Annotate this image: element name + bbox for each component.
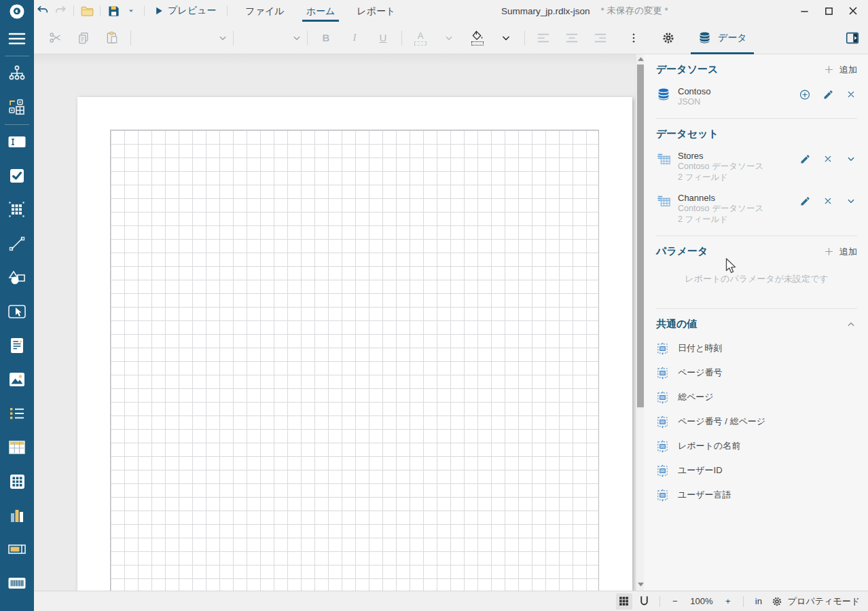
paste-button[interactable]: [103, 29, 122, 48]
common-value-user-language[interactable]: ユーザー言語: [656, 483, 857, 507]
zoom-in-button[interactable]: +: [720, 593, 736, 610]
snap-to-grid-button[interactable]: [636, 593, 653, 610]
tool-tablix[interactable]: [0, 193, 34, 227]
tab-file[interactable]: ファイル: [237, 0, 292, 22]
zoom-level[interactable]: 100%: [687, 596, 716, 606]
common-value-user-id[interactable]: ユーザーID: [656, 458, 857, 483]
fill-color-menu-button[interactable]: [496, 29, 516, 48]
add-dataset-to-source-button[interactable]: [799, 88, 811, 100]
scroll-up-button[interactable]: [636, 54, 645, 64]
edit-datasource-button[interactable]: [822, 88, 834, 100]
tool-textbox[interactable]: [0, 125, 34, 159]
data-panel-tab[interactable]: データ: [688, 22, 757, 54]
font-family-dropdown[interactable]: [135, 29, 229, 48]
tool-chart[interactable]: [0, 498, 34, 532]
panel-toggle-button[interactable]: [842, 28, 863, 48]
font-size-dropdown[interactable]: [238, 29, 303, 48]
scroll-down-button[interactable]: [636, 580, 645, 589]
font-color-menu-button[interactable]: [439, 29, 458, 48]
zoom-out-button[interactable]: −: [667, 593, 683, 610]
title-bar: プレビュー ファイル ホーム レポート Summary_jp.rdlx-json…: [0, 0, 868, 22]
preview-button[interactable]: プレビュー: [149, 5, 223, 17]
tool-report-parts[interactable]: [0, 56, 34, 90]
copy-button[interactable]: [74, 29, 93, 48]
save-menu-button[interactable]: [122, 3, 140, 19]
close-button[interactable]: [845, 3, 861, 19]
property-mode-button[interactable]: プロパティモード: [771, 595, 860, 608]
field-icon: [656, 415, 669, 428]
property-mode-label: プロパティモード: [788, 595, 860, 608]
redo-button[interactable]: [52, 3, 69, 19]
delete-datasource-button[interactable]: [845, 88, 857, 100]
tool-checkbox[interactable]: [0, 159, 34, 193]
common-value-total-pages[interactable]: 総ページ: [656, 385, 857, 409]
settings-button[interactable]: [659, 29, 678, 48]
common-value-label: 総ページ: [678, 391, 714, 403]
data-panel: データソース 追加: [644, 54, 868, 591]
delete-dataset-button[interactable]: [822, 153, 834, 165]
checkbox-icon: [9, 168, 25, 184]
tool-richtext[interactable]: [0, 329, 34, 363]
tab-report[interactable]: レポート: [348, 0, 403, 22]
expand-dataset-button[interactable]: [845, 195, 857, 207]
tool-list[interactable]: [0, 396, 34, 430]
tool-container-select[interactable]: [0, 295, 34, 329]
pencil-icon: [822, 89, 834, 100]
tool-barcode[interactable]: [0, 566, 34, 600]
delete-dataset-button[interactable]: [822, 195, 834, 207]
common-value-date-time[interactable]: 日付と時刻: [656, 336, 857, 360]
main-menu-button[interactable]: [0, 22, 34, 56]
tool-bullet[interactable]: [0, 532, 34, 566]
undo-button[interactable]: [34, 3, 52, 19]
add-parameter-button[interactable]: 追加: [823, 246, 857, 258]
workspace: データソース 追加: [34, 54, 868, 591]
tool-image[interactable]: [0, 363, 34, 396]
align-center-button[interactable]: [562, 29, 581, 48]
tool-shape[interactable]: [0, 261, 34, 295]
bold-button[interactable]: B: [317, 29, 336, 48]
underline-button[interactable]: U: [374, 29, 393, 48]
dataset-source: Contoso データソース: [678, 162, 799, 172]
common-value-page-number[interactable]: ページ番号: [656, 360, 857, 385]
align-left-button[interactable]: [534, 29, 553, 48]
align-center-icon: [564, 32, 579, 44]
fill-color-button[interactable]: [468, 29, 487, 48]
font-color-swatch: [414, 41, 427, 45]
scrollbar-thumb[interactable]: [637, 64, 644, 407]
design-canvas[interactable]: [34, 54, 636, 591]
font-color-button[interactable]: A: [411, 29, 430, 48]
tool-matrix[interactable]: [0, 464, 34, 498]
dataset-row-stores[interactable]: Stores Contoso データソース 2 フィールド: [656, 151, 857, 183]
common-values-section: 共通の値: [644, 309, 868, 333]
align-right-button[interactable]: [591, 29, 610, 48]
tool-line[interactable]: [0, 227, 34, 261]
app-body: B I U A: [0, 22, 868, 611]
cut-button[interactable]: [46, 29, 65, 48]
minimize-button[interactable]: [796, 3, 812, 19]
datasource-row[interactable]: Contoso JSON: [656, 86, 857, 107]
canvas-vertical-scrollbar[interactable]: [636, 54, 644, 591]
common-value-report-name[interactable]: レポートの名前: [656, 434, 857, 458]
report-page[interactable]: [77, 97, 632, 591]
save-button[interactable]: [105, 3, 122, 19]
tab-home[interactable]: ホーム: [298, 0, 344, 22]
open-file-button[interactable]: [78, 3, 96, 19]
common-value-page-of-total[interactable]: ページ番号 / 総ページ: [656, 409, 857, 434]
italic-button[interactable]: I: [345, 29, 364, 48]
maximize-button[interactable]: [820, 3, 837, 19]
collapse-common-values-button[interactable]: [845, 318, 857, 331]
more-options-button[interactable]: [624, 29, 643, 48]
toggle-grid-button[interactable]: [616, 593, 632, 610]
expand-dataset-button[interactable]: [845, 153, 857, 165]
add-datasource-button[interactable]: 追加: [823, 64, 857, 76]
edit-dataset-button[interactable]: [799, 195, 811, 207]
tool-layout[interactable]: [0, 90, 34, 124]
dataset-row-channels[interactable]: Channels Contoso データソース 2 フィールド: [656, 193, 857, 225]
edit-dataset-button[interactable]: [799, 153, 811, 165]
unit-selector[interactable]: in: [751, 593, 767, 610]
cut-icon: [48, 31, 62, 45]
tool-table[interactable]: [0, 430, 34, 464]
app-logo[interactable]: [0, 0, 34, 22]
italic-label: I: [353, 32, 357, 43]
design-grid[interactable]: [110, 130, 599, 591]
